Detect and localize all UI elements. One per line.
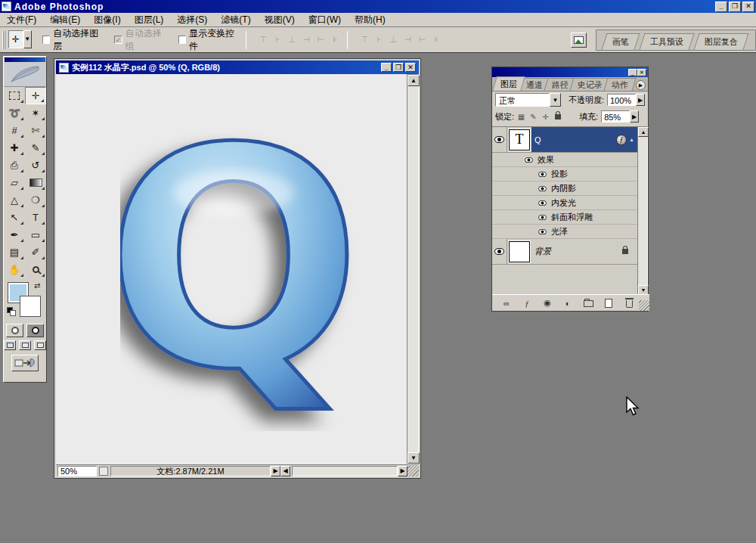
- menu-help[interactable]: 帮助(H): [348, 14, 392, 26]
- tab-layers[interactable]: 图层: [492, 76, 525, 91]
- well-tab-brushes[interactable]: 画笔: [601, 33, 640, 50]
- layers-scrollbar[interactable]: ▲ ▼: [637, 126, 648, 296]
- doc-close-button[interactable]: ✕: [405, 63, 416, 72]
- eye-icon[interactable]: [538, 185, 546, 191]
- tool-crop[interactable]: #: [4, 122, 25, 139]
- tool-slice[interactable]: ✄: [25, 122, 46, 139]
- menu-window[interactable]: 窗口(W): [302, 14, 348, 26]
- new-group-icon[interactable]: [581, 297, 595, 309]
- layer-row-background[interactable]: 背景: [492, 239, 637, 265]
- fill-slider-arrow[interactable]: ▶: [630, 110, 639, 123]
- auto-select-layer-checkbox[interactable]: [42, 36, 50, 44]
- minimize-button[interactable]: _: [715, 2, 727, 12]
- layer-style-badge-icon[interactable]: ƒ: [616, 135, 627, 145]
- menu-image[interactable]: 图像(I): [87, 14, 127, 26]
- tool-pen[interactable]: ✒: [4, 226, 25, 244]
- show-transform-checkbox[interactable]: [178, 36, 186, 44]
- align-top-icon[interactable]: ⊤: [257, 34, 269, 46]
- canvas[interactable]: Q: [56, 74, 407, 464]
- text-layer-thumbnail[interactable]: T: [509, 129, 530, 150]
- link-layers-icon[interactable]: ∞: [500, 297, 513, 309]
- tool-dodge[interactable]: ❍: [25, 191, 46, 209]
- jump-to-imageready-button[interactable]: [11, 355, 39, 371]
- palette-minimize-button[interactable]: _: [628, 69, 637, 76]
- show-transform-option[interactable]: 显示变换控件: [178, 27, 240, 53]
- effect-row-drop-shadow[interactable]: 投影: [492, 167, 637, 182]
- document-vertical-scrollbar[interactable]: ▲ ▼: [407, 74, 419, 464]
- well-tab-layer-comps[interactable]: 图层复合: [693, 33, 748, 50]
- tool-lasso[interactable]: ➰: [4, 104, 25, 122]
- options-bar-grip[interactable]: [2, 31, 5, 49]
- standard-mode-button[interactable]: [6, 324, 23, 337]
- adjustment-layer-icon[interactable]: ◐: [561, 297, 575, 309]
- lock-transparency-icon[interactable]: ▦: [516, 112, 526, 122]
- status-expand-button[interactable]: ▶: [271, 466, 280, 476]
- menu-filter[interactable]: 滤镜(T): [214, 14, 257, 26]
- align-left-icon[interactable]: ⊣: [300, 34, 312, 46]
- quick-mask-mode-button[interactable]: [26, 324, 44, 337]
- lock-position-icon[interactable]: ✛: [541, 112, 550, 122]
- palette-menu-button[interactable]: ▶: [636, 80, 646, 90]
- doc-maximize-button[interactable]: ❐: [393, 63, 404, 72]
- tool-clone-stamp[interactable]: ⎙: [4, 157, 25, 174]
- restore-button[interactable]: ❐: [729, 2, 741, 12]
- tool-brush[interactable]: ✎: [25, 139, 46, 157]
- menu-file[interactable]: 文件(F): [0, 14, 43, 26]
- fullscreen-button[interactable]: [34, 340, 46, 350]
- well-tab-tool-presets[interactable]: 工具预设: [639, 33, 694, 50]
- align-right-icon[interactable]: ⊧: [329, 34, 341, 46]
- standard-screen-button[interactable]: [4, 340, 16, 350]
- lock-all-icon[interactable]: [553, 112, 562, 122]
- tool-eyedropper[interactable]: ✐: [25, 244, 46, 261]
- auto-select-layer-option[interactable]: 自动选择图层: [42, 27, 104, 53]
- align-hcenter-icon[interactable]: ⊢: [314, 34, 327, 46]
- eye-icon[interactable]: [538, 171, 546, 176]
- add-layer-mask-icon[interactable]: ◉: [541, 297, 554, 309]
- tool-history-brush[interactable]: ↺: [25, 157, 46, 174]
- eye-icon[interactable]: [525, 157, 532, 162]
- tool-rect-marquee[interactable]: [4, 87, 25, 104]
- hscroll-right-button[interactable]: ▶: [398, 466, 407, 476]
- align-bottom-icon[interactable]: ⊥: [286, 34, 298, 46]
- effects-parent-row[interactable]: 效果: [492, 153, 637, 167]
- menu-layer[interactable]: 图层(L): [128, 14, 171, 26]
- layer-name-area[interactable]: 背景: [531, 239, 637, 264]
- close-button[interactable]: ✕: [742, 2, 754, 12]
- tool-notes[interactable]: ▤: [4, 244, 25, 261]
- eye-icon[interactable]: [538, 214, 546, 219]
- eye-icon[interactable]: [538, 228, 546, 234]
- visibility-cell[interactable]: [492, 239, 507, 264]
- fullscreen-menubar-button[interactable]: [19, 340, 31, 350]
- effect-row-inner-glow[interactable]: 内发光: [492, 196, 637, 210]
- current-tool-preview[interactable]: ✛ ▼: [8, 30, 32, 50]
- layer-row-text-q[interactable]: T Q ƒ ▲: [492, 127, 637, 153]
- hscroll-left-button[interactable]: ◀: [280, 466, 290, 476]
- tool-move[interactable]: ✛: [25, 87, 46, 104]
- layer-name-area[interactable]: Q ƒ ▲: [531, 127, 637, 152]
- zoom-level-field[interactable]: 50%: [57, 466, 97, 476]
- tool-blur[interactable]: △: [4, 191, 25, 209]
- fill-value[interactable]: 85%: [601, 110, 630, 123]
- doc-minimize-button[interactable]: _: [381, 63, 392, 72]
- effect-row-inner-shadow[interactable]: 内阴影: [492, 182, 637, 196]
- lock-image-icon[interactable]: ✎: [528, 112, 538, 122]
- default-colors-icon[interactable]: [7, 307, 17, 317]
- background-thumbnail[interactable]: [509, 241, 530, 262]
- distribute-bottom-icon[interactable]: ⊥: [387, 34, 399, 46]
- menu-view[interactable]: 视图(V): [258, 14, 302, 26]
- effect-row-bevel-emboss[interactable]: 斜面和浮雕: [492, 210, 637, 225]
- document-titlebar[interactable]: 实例112 水晶字.psd @ 50% (Q, RGB/8) _ ❐ ✕: [56, 61, 419, 74]
- distribute-top-icon[interactable]: ⊤: [358, 34, 370, 46]
- delete-layer-icon[interactable]: [622, 297, 636, 309]
- background-color-swatch[interactable]: [20, 296, 40, 316]
- toolbox-titlebar[interactable]: [5, 57, 45, 62]
- opacity-slider-arrow[interactable]: ▶: [636, 94, 645, 106]
- document-horizontal-scrollbar[interactable]: [292, 466, 398, 476]
- tool-shape[interactable]: ▭: [25, 226, 46, 244]
- distribute-vcenter-icon[interactable]: ⊦: [373, 34, 385, 46]
- tab-actions[interactable]: 动作: [604, 78, 637, 91]
- fill-control[interactable]: 85% ▶: [601, 110, 639, 123]
- tool-magic-wand[interactable]: ✶: [25, 104, 46, 122]
- tool-hand[interactable]: ✋: [4, 261, 25, 278]
- new-layer-icon[interactable]: [602, 297, 615, 309]
